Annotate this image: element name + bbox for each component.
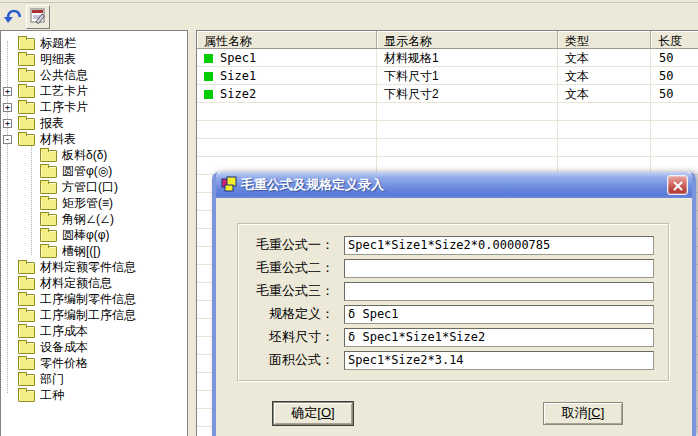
type-cell: 文本: [558, 50, 651, 67]
tree-item-label: 圆棒φ(φ): [62, 227, 110, 244]
folder-icon: [40, 150, 57, 162]
type-cell: 文本: [558, 86, 651, 103]
tree-item-label: 标题栏: [40, 35, 76, 52]
tree-item[interactable]: 圆棒φ(φ): [1, 227, 187, 243]
ok-button[interactable]: 确定[O]: [273, 402, 353, 425]
tree-item[interactable]: +工序卡片: [1, 99, 187, 115]
tree-item[interactable]: 零件价格: [1, 355, 187, 371]
folder-icon: [40, 230, 57, 242]
blank-size-input[interactable]: [344, 328, 654, 347]
folder-icon: [18, 374, 35, 386]
tree-connector: [3, 359, 12, 368]
tree-item-label: 圆管φ(◎): [62, 163, 112, 180]
table-header: 属性名称 显示名称 类型 长度: [197, 31, 698, 49]
tree-connector: [25, 231, 34, 240]
tree-item[interactable]: 公共信息: [1, 67, 187, 83]
dialog-title: 毛重公式及规格定义录入: [241, 176, 667, 194]
column-header[interactable]: 类型: [558, 31, 651, 48]
tree-connector: [3, 327, 12, 336]
folder-icon: [18, 342, 35, 354]
tree-item[interactable]: 角钢∠(∠): [1, 211, 187, 227]
close-button[interactable]: [667, 175, 688, 195]
undo-arrow-icon: [3, 6, 23, 29]
length-cell: 50: [651, 51, 698, 65]
area-formula-input[interactable]: [344, 351, 654, 370]
tree-item[interactable]: +报表: [1, 115, 187, 131]
tree-item-label: 工序卡片: [40, 99, 88, 116]
tree-item-label: 部门: [40, 371, 64, 388]
table-row[interactable]: Size2下料尺寸2文本50: [197, 85, 698, 103]
tree-item[interactable]: 板料δ(δ): [1, 147, 187, 163]
tree-connector: [3, 39, 12, 48]
folder-icon: [18, 278, 35, 290]
dialog-titlebar[interactable]: 毛重公式及规格定义录入: [216, 172, 692, 198]
tree-item[interactable]: 工序编制工序信息: [1, 307, 187, 323]
tree-item-label: 材料定额信息: [40, 275, 112, 292]
tree-item[interactable]: 部门: [1, 371, 187, 387]
undo-button[interactable]: [1, 5, 25, 29]
tree-item-label: 板料δ(δ): [62, 147, 107, 164]
tree-item[interactable]: 材料定额零件信息: [1, 259, 187, 275]
tree-item-label: 报表: [40, 115, 64, 132]
tree-item[interactable]: +工艺卡片: [1, 83, 187, 99]
folder-icon: [40, 182, 57, 194]
tree-item-label: 方管口(口): [62, 179, 118, 196]
tree-item[interactable]: -材料表: [1, 131, 187, 147]
expander-icon[interactable]: +: [3, 103, 12, 112]
folder-icon: [18, 54, 35, 66]
form-edit-button[interactable]: [26, 5, 50, 29]
column-header[interactable]: 长度: [651, 31, 698, 48]
tree-connector: [25, 151, 34, 160]
column-header[interactable]: 显示名称: [377, 31, 558, 48]
spec-definition-input[interactable]: [344, 305, 654, 324]
folder-icon: [40, 198, 57, 210]
gross-weight-formula-1-input[interactable]: [344, 236, 654, 255]
table-row[interactable]: Size1下料尺寸1文本50: [197, 67, 698, 85]
gross-weight-formula-3-input[interactable]: [344, 282, 654, 301]
expander-icon[interactable]: -: [3, 135, 12, 144]
folder-icon: [18, 102, 35, 114]
tree-item[interactable]: 圆管φ(◎): [1, 163, 187, 179]
tree-item-label: 公共信息: [40, 67, 88, 84]
gross-weight-formula-2-input[interactable]: [344, 259, 654, 278]
tree-item-label: 角钢∠(∠): [62, 211, 114, 228]
tree-item-label: 槽钢[([): [62, 243, 101, 260]
tree-connector: [25, 215, 34, 224]
attribute-name: Size2: [220, 87, 256, 101]
tree-connector: [3, 71, 12, 80]
cancel-button[interactable]: 取消[C]: [543, 402, 623, 425]
tree-item-label: 工序编制工序信息: [40, 307, 136, 324]
tree-item[interactable]: 工序编制零件信息: [1, 291, 187, 307]
tree-item[interactable]: 矩形管(≡): [1, 195, 187, 211]
tree-item-label: 零件价格: [40, 355, 88, 372]
tree-item[interactable]: 工种: [1, 387, 187, 403]
tree-item[interactable]: 明细表: [1, 51, 187, 67]
dialog-body: 毛重公式一： 毛重公式二： 毛重公式三： 规格定义： 坯料尺寸： 面积公式：: [216, 198, 692, 436]
tree-item-label: 矩形管(≡): [62, 195, 113, 212]
tree-item[interactable]: 槽钢[([): [1, 243, 187, 259]
expander-icon[interactable]: +: [3, 87, 12, 96]
folder-icon: [18, 262, 35, 274]
tree-item-label: 材料定额零件信息: [40, 259, 136, 276]
tree-connector: [25, 247, 34, 256]
tree-item-label: 工艺卡片: [40, 83, 88, 100]
tree-item[interactable]: 设备成本: [1, 339, 187, 355]
tree-item[interactable]: 材料定额信息: [1, 275, 187, 291]
column-header[interactable]: 属性名称: [197, 31, 377, 48]
tree-item-label: 工序编制零件信息: [40, 291, 136, 308]
expander-icon[interactable]: +: [3, 119, 12, 128]
folder-icon: [18, 86, 35, 98]
green-square-icon: [204, 90, 213, 99]
tree-connector: [3, 311, 12, 320]
display-name-cell: 下料尺寸2: [377, 86, 558, 103]
attribute-name-cell: Spec1: [197, 51, 377, 65]
display-name-cell: 材料规格1: [377, 50, 558, 67]
tree-connector: [3, 295, 12, 304]
tree-item[interactable]: 方管口(口): [1, 179, 187, 195]
folder-icon: [40, 214, 57, 226]
tree-item[interactable]: 工序成本: [1, 323, 187, 339]
formula-groupbox: 毛重公式一： 毛重公式二： 毛重公式三： 规格定义： 坯料尺寸： 面积公式：: [237, 223, 669, 381]
tree-item[interactable]: 标题栏: [1, 35, 187, 51]
attribute-name-cell: Size2: [197, 87, 377, 101]
table-row[interactable]: Spec1材料规格1文本50: [197, 49, 698, 67]
